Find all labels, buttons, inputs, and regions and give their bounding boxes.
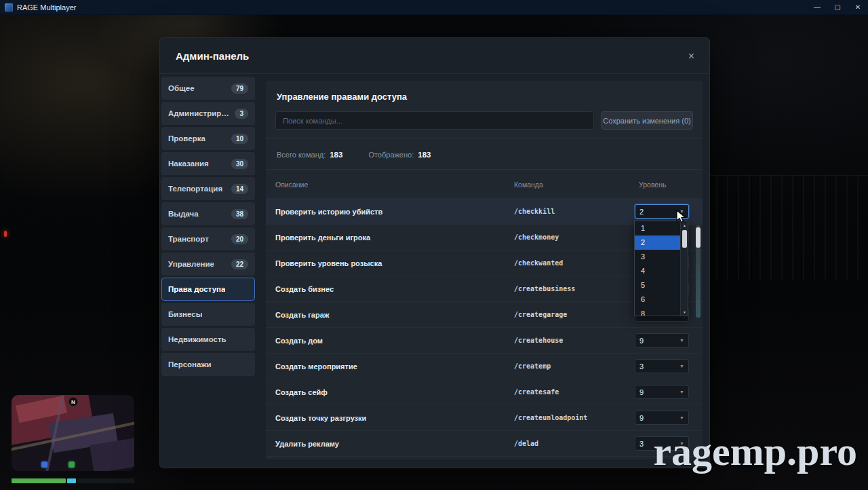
- stats-row: Всего команд:183Отображено:183: [275, 138, 693, 169]
- level-select-value: 9: [639, 388, 644, 396]
- content-scrollbar[interactable]: [696, 225, 701, 318]
- chevron-down-icon: ▼: [679, 390, 684, 394]
- minimap-blip-icon: [68, 461, 75, 468]
- sidebar-item-badge: 20: [231, 234, 248, 244]
- row-command: /createsafe: [510, 388, 635, 396]
- sidebar-item[interactable]: Персонажи: [161, 353, 255, 376]
- armor-bar: [67, 478, 76, 483]
- sidebar-item[interactable]: Выдача38: [161, 202, 255, 225]
- empty-bar: [77, 478, 134, 483]
- dropdown-option[interactable]: 5: [635, 278, 680, 293]
- sidebar-item[interactable]: Недвижимость: [161, 328, 255, 351]
- background-fence: [705, 175, 868, 280]
- screen: N RAGE Multiplayer — ▢ ✕ Админ-панель × …: [0, 0, 868, 490]
- row-description: Удалить рекламу: [275, 440, 510, 448]
- row-command: /creategarage: [510, 311, 635, 318]
- sidebar-item-badge: 10: [231, 134, 248, 144]
- column-header: Команда: [510, 181, 635, 189]
- dropdown-option[interactable]: 3: [635, 250, 680, 264]
- sidebar-item-label: Недвижимость: [168, 335, 226, 343]
- sidebar-item[interactable]: Проверка10: [161, 127, 255, 150]
- stat-value: 183: [330, 151, 342, 159]
- sidebar-item[interactable]: Телепортация14: [161, 177, 255, 200]
- modal-title: Админ-панель: [176, 50, 249, 62]
- row-command: /checkmoney: [510, 233, 635, 241]
- sidebar-item-badge: 79: [231, 83, 248, 94]
- search-input[interactable]: [275, 111, 594, 130]
- sidebar-item[interactable]: Наказания30: [161, 152, 255, 175]
- column-header: Описание: [275, 181, 510, 189]
- hud-status-bars: [12, 478, 134, 483]
- save-changes-button[interactable]: Сохранить изменения (0): [601, 111, 693, 130]
- close-window-button[interactable]: ✕: [848, 0, 868, 15]
- table-row[interactable]: Создать точку разгрузки/createunloadpoin…: [266, 404, 703, 430]
- sidebar-item-label: Телепортация: [168, 185, 222, 193]
- minimize-button[interactable]: —: [807, 0, 827, 15]
- level-select-value: 3: [639, 362, 644, 371]
- dropdown-option[interactable]: 6: [635, 293, 680, 307]
- chevron-down-icon: ▼: [679, 364, 684, 369]
- row-description: Создать дом: [275, 337, 510, 345]
- table-row[interactable]: Удалить рекламу/delad3▼: [266, 430, 703, 456]
- dropdown-scrollbar-thumb[interactable]: [682, 230, 687, 248]
- sidebar-item-label: Управление: [168, 260, 214, 268]
- sidebar-item-badge: 14: [231, 184, 248, 194]
- row-description: Создать точку разгрузки: [275, 414, 510, 422]
- close-icon[interactable]: ×: [688, 38, 694, 74]
- level-select[interactable]: 9▼: [635, 333, 689, 347]
- sidebar-item-badge: 30: [231, 159, 248, 169]
- scrollbar-thumb[interactable]: [696, 227, 701, 248]
- dropdown-option[interactable]: 8: [635, 307, 680, 316]
- dropdown-options: 1234568: [635, 221, 680, 316]
- level-select[interactable]: 9▼: [635, 385, 689, 399]
- row-level-cell: 9▼: [635, 333, 693, 347]
- sidebar-item-label: Проверка: [168, 134, 205, 143]
- table-row[interactable]: Создать дом/createhouse9▼: [266, 327, 703, 353]
- sidebar-item-badge: 3: [235, 109, 248, 119]
- dropdown-option[interactable]: 1: [635, 221, 680, 235]
- row-level-cell: 3▼: [635, 359, 693, 373]
- level-select[interactable]: 9▼: [635, 411, 689, 425]
- row-command: /createunloadpoint: [510, 414, 635, 421]
- dropdown-option[interactable]: 2: [635, 235, 680, 250]
- level-select-value: 9: [639, 337, 644, 345]
- stat-label: Всего команд:: [277, 151, 326, 159]
- stat: Всего команд:183: [277, 148, 342, 160]
- dropdown-scrollbar[interactable]: ▲ ▼: [680, 221, 688, 316]
- row-command: /checkwanted: [510, 259, 635, 267]
- sidebar-item[interactable]: Администрирование3: [161, 102, 255, 125]
- modal-header: Админ-панель ×: [160, 38, 709, 74]
- row-description: Проверить историю убийств: [275, 208, 510, 216]
- sidebar-item[interactable]: Транспорт20: [161, 227, 255, 250]
- table-row[interactable]: Создать сейф/createsafe9▼: [266, 379, 703, 404]
- sidebar-item[interactable]: Бизнесы: [161, 303, 255, 326]
- modal-body: Общее79Администрирование3Проверка10Наказ…: [160, 74, 709, 468]
- table-row[interactable]: Создать мероприятие/createmp3▼: [266, 353, 703, 379]
- row-level-cell: 9▼: [635, 385, 693, 399]
- dropdown-option[interactable]: 4: [635, 264, 680, 278]
- sidebar-item[interactable]: Общее79: [161, 77, 255, 100]
- level-select[interactable]: 3▼: [635, 359, 689, 373]
- minimap-north-icon: N: [68, 397, 78, 407]
- sidebar-item[interactable]: Управление22: [161, 252, 255, 276]
- row-command: /createhouse: [510, 337, 635, 344]
- table-header: ОписаниеКомандаУровень: [266, 170, 703, 198]
- health-bar: [12, 478, 66, 483]
- column-header: Уровень: [635, 181, 693, 189]
- scroll-down-icon[interactable]: ▼: [681, 308, 688, 316]
- row-description: Проверить деньги игрока: [275, 233, 510, 242]
- stat: Отображено:183: [368, 148, 431, 160]
- mouse-cursor: [676, 210, 690, 225]
- sidebar-item[interactable]: Права доступа: [161, 278, 255, 301]
- stat-label: Отображено:: [368, 151, 414, 159]
- admin-panel-modal: Админ-панель × Общее79Администрирование3…: [159, 37, 710, 468]
- search-row: Сохранить изменения (0): [275, 111, 693, 130]
- app-icon: [5, 3, 13, 12]
- sidebar-item-badge: 22: [231, 259, 248, 269]
- sidebar-item-label: Общее: [168, 84, 195, 92]
- stat-value: 183: [418, 151, 431, 159]
- section-title: Управление правами доступа: [277, 92, 692, 102]
- maximize-button[interactable]: ▢: [827, 0, 848, 15]
- chevron-down-icon: ▼: [679, 415, 684, 420]
- sidebar-item-label: Транспорт: [168, 235, 209, 243]
